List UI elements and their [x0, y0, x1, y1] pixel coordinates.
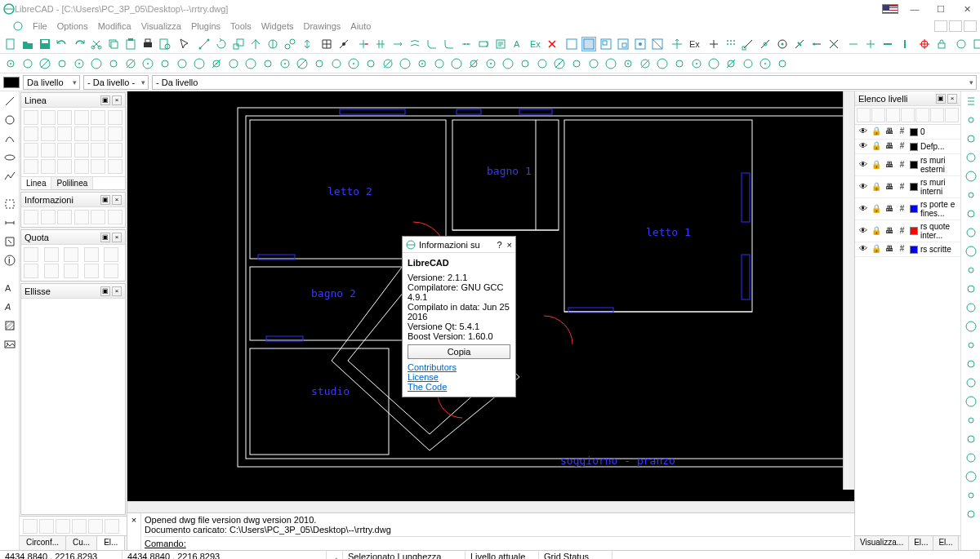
divide-button[interactable] [459, 37, 474, 51]
draw-tool-44[interactable] [758, 56, 773, 71]
layer-visible-icon[interactable]: 👁 [858, 204, 868, 215]
rtool-3[interactable] [963, 149, 979, 166]
info-tool-4[interactable] [91, 210, 105, 224]
draw-tool-14[interactable] [243, 56, 258, 71]
minimize-button[interactable]: — [905, 4, 924, 15]
rtool-15[interactable] [963, 375, 979, 391]
layer-lockall-button[interactable] [930, 108, 944, 122]
panel-linea-float-icon[interactable]: ▣ [100, 95, 110, 105]
draw-tool-8[interactable] [140, 56, 155, 71]
dialog-help-button[interactable]: ? [497, 240, 501, 250]
tool-mtext-icon[interactable]: A [2, 280, 18, 296]
linea-tool-3[interactable] [74, 110, 89, 125]
tool-line-icon[interactable] [2, 93, 18, 109]
layer-lock-icon[interactable]: 🔒 [871, 182, 881, 193]
draw-tool-27[interactable] [466, 56, 481, 71]
layer-row[interactable]: 👁🔒🖶#rs quote inter... [855, 220, 960, 242]
undo-button[interactable] [55, 37, 69, 51]
layer-row[interactable]: 👁🔒🖶#rs porte e fines... [855, 198, 960, 220]
layer-row[interactable]: 👁🔒🖶#0 [855, 125, 960, 140]
linea-tool-9[interactable] [74, 126, 89, 141]
menu-file[interactable]: File [33, 21, 47, 31]
info-tool-3[interactable] [74, 210, 89, 224]
rtool-10[interactable] [963, 281, 979, 297]
layers-float-icon[interactable]: ▣ [936, 94, 946, 104]
layer-lock-icon[interactable]: 🔒 [871, 226, 881, 237]
rtool-20[interactable] [963, 468, 979, 485]
layer-edit-button[interactable] [915, 108, 929, 122]
revert-button[interactable] [300, 37, 314, 51]
ellisse-tool-3[interactable] [72, 519, 87, 534]
tool-ext-2[interactable] [971, 37, 980, 51]
mdi-restore-button[interactable] [949, 20, 962, 32]
layer-print-icon[interactable]: 🖶 [884, 226, 894, 237]
tab-cu[interactable]: Cu... [66, 536, 97, 550]
print-button[interactable] [140, 37, 155, 51]
layer-color-swatch[interactable] [910, 205, 918, 213]
rtool-16[interactable] [963, 393, 979, 410]
quota-tool-6[interactable] [44, 264, 59, 278]
tool-ellipse-icon[interactable] [2, 149, 18, 166]
draw-tool-18[interactable] [312, 56, 327, 71]
dialog-close-button[interactable]: × [507, 240, 512, 250]
linea-tool-23[interactable] [108, 159, 122, 174]
layer-construction-icon[interactable]: # [897, 182, 907, 193]
draw-tool-20[interactable] [346, 56, 361, 71]
move-button[interactable] [197, 37, 212, 51]
layer-visible-icon[interactable]: 👁 [858, 182, 868, 193]
draw-tool-34[interactable] [586, 56, 601, 71]
draw-tool-26[interactable] [449, 56, 464, 71]
rtool-18[interactable] [963, 431, 979, 447]
scale-button[interactable] [231, 37, 246, 51]
tool-ext-1[interactable] [954, 37, 969, 51]
rtool-21[interactable] [963, 487, 979, 504]
draw-tool-29[interactable] [501, 56, 515, 71]
linea-tool-19[interactable] [41, 159, 56, 174]
layer-visible-icon[interactable]: 👁 [858, 141, 868, 152]
quota-tool-9[interactable] [104, 264, 118, 278]
new-button[interactable] [3, 37, 18, 51]
draw-tool-28[interactable] [483, 56, 498, 71]
draw-tool-5[interactable] [89, 56, 104, 71]
draw-tool-39[interactable] [672, 56, 687, 71]
draw-tool-4[interactable] [72, 56, 87, 71]
rotate2-button[interactable] [283, 37, 297, 51]
layer-color-swatch[interactable] [910, 143, 918, 151]
menu-aiuto[interactable]: Aiuto [350, 21, 371, 31]
canvas-vscroll[interactable] [843, 91, 854, 490]
canvas-hscroll[interactable] [127, 501, 854, 512]
snap-grid-button[interactable] [724, 37, 738, 51]
layer-row[interactable]: 👁🔒🖶#rs muri interni [855, 176, 960, 198]
linetype-combo[interactable]: - Da livello [152, 75, 977, 90]
rotate-button[interactable] [214, 37, 229, 51]
dialog-link-license[interactable]: License [408, 372, 510, 382]
ellisse-tool-4[interactable] [88, 519, 103, 534]
info-tool-5[interactable] [108, 210, 122, 224]
stretch-button[interactable] [476, 37, 491, 51]
mdi-close-button[interactable] [964, 20, 977, 32]
zoom-all-button[interactable] [564, 37, 579, 51]
layer-color-swatch[interactable] [910, 128, 918, 136]
draw-tool-0[interactable] [3, 56, 18, 71]
layer-print-icon[interactable]: 🖶 [884, 244, 894, 255]
zoom-window-button[interactable] [581, 37, 596, 51]
menu-modifica[interactable]: Modifica [98, 21, 131, 31]
rtool-4[interactable] [963, 168, 979, 184]
text-button[interactable]: Ex [687, 37, 702, 51]
draw-tool-7[interactable] [123, 56, 138, 71]
draw-tool-30[interactable] [518, 56, 532, 71]
linea-tool-2[interactable] [57, 110, 72, 125]
linea-tool-13[interactable] [41, 143, 56, 157]
rtool-11[interactable] [963, 299, 979, 316]
layer-remove-button[interactable] [901, 108, 915, 122]
layer-print-icon[interactable]: 🖶 [884, 204, 894, 215]
draw-tool-32[interactable] [552, 56, 567, 71]
layer-color-swatch[interactable] [910, 183, 918, 191]
copy-button[interactable] [106, 37, 121, 51]
layer-row[interactable]: 👁🔒🖶#Defp... [855, 140, 960, 154]
trim-button[interactable] [356, 37, 371, 51]
snap-middle-button[interactable] [792, 37, 807, 51]
attributes-button[interactable]: A [510, 37, 525, 51]
info-tool-0[interactable] [24, 210, 38, 224]
layer-lock-icon[interactable]: 🔒 [871, 141, 881, 152]
